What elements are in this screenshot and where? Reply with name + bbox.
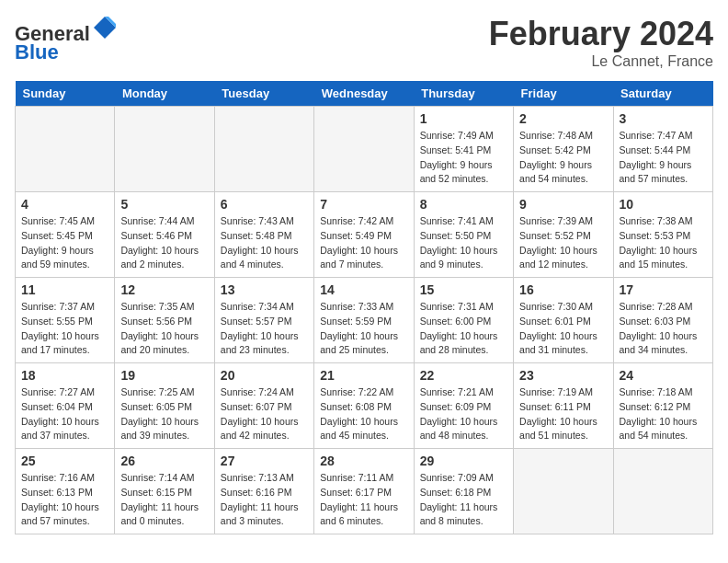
calendar-cell: 15Sunrise: 7:31 AM Sunset: 6:00 PM Dayli… <box>414 278 513 363</box>
calendar-table: SundayMondayTuesdayWednesdayThursdayFrid… <box>15 81 713 534</box>
day-number: 9 <box>519 197 607 212</box>
day-info: Sunrise: 7:21 AM Sunset: 6:09 PM Dayligh… <box>420 385 507 443</box>
day-info: Sunrise: 7:42 AM Sunset: 5:49 PM Dayligh… <box>320 214 407 272</box>
day-number: 2 <box>519 111 607 126</box>
day-info: Sunrise: 7:28 AM Sunset: 6:03 PM Dayligh… <box>620 300 707 358</box>
day-info: Sunrise: 7:44 AM Sunset: 5:46 PM Dayligh… <box>120 214 208 272</box>
day-number: 25 <box>21 454 108 468</box>
day-number: 6 <box>221 197 308 212</box>
col-header-saturday: Saturday <box>613 81 712 107</box>
day-number: 5 <box>120 197 208 212</box>
day-info: Sunrise: 7:49 AM Sunset: 5:41 PM Dayligh… <box>420 129 507 187</box>
logo-blue: Blue <box>15 40 59 63</box>
day-info: Sunrise: 7:34 AM Sunset: 5:57 PM Dayligh… <box>221 300 308 358</box>
calendar-cell: 8Sunrise: 7:41 AM Sunset: 5:50 PM Daylig… <box>414 192 513 278</box>
day-info: Sunrise: 7:41 AM Sunset: 5:50 PM Dayligh… <box>420 214 507 272</box>
calendar-cell: 13Sunrise: 7:34 AM Sunset: 5:57 PM Dayli… <box>214 278 313 363</box>
day-info: Sunrise: 7:11 AM Sunset: 6:17 PM Dayligh… <box>320 471 407 529</box>
col-header-friday: Friday <box>514 81 613 107</box>
calendar-week-row: 25Sunrise: 7:16 AM Sunset: 6:13 PM Dayli… <box>16 449 713 534</box>
col-header-thursday: Thursday <box>414 81 513 107</box>
day-info: Sunrise: 7:45 AM Sunset: 5:45 PM Dayligh… <box>21 214 108 272</box>
day-number: 26 <box>120 454 208 468</box>
day-info: Sunrise: 7:13 AM Sunset: 6:16 PM Dayligh… <box>221 471 308 529</box>
day-number: 23 <box>519 368 607 383</box>
title-block: February 2024 Le Cannet, France <box>489 15 713 70</box>
calendar-cell: 18Sunrise: 7:27 AM Sunset: 6:04 PM Dayli… <box>16 363 115 449</box>
calendar-cell: 29Sunrise: 7:09 AM Sunset: 6:18 PM Dayli… <box>414 449 513 534</box>
calendar-cell: 4Sunrise: 7:45 AM Sunset: 5:45 PM Daylig… <box>16 192 115 278</box>
day-number: 28 <box>320 454 407 468</box>
day-number: 22 <box>420 368 507 383</box>
day-info: Sunrise: 7:25 AM Sunset: 6:05 PM Dayligh… <box>120 385 208 443</box>
day-number: 27 <box>221 454 308 468</box>
day-number: 20 <box>221 368 308 383</box>
calendar-cell: 6Sunrise: 7:43 AM Sunset: 5:48 PM Daylig… <box>214 192 313 278</box>
calendar-cell <box>16 107 115 192</box>
location: Le Cannet, France <box>489 53 713 70</box>
calendar-cell: 17Sunrise: 7:28 AM Sunset: 6:03 PM Dayli… <box>613 278 712 363</box>
day-info: Sunrise: 7:35 AM Sunset: 5:56 PM Dayligh… <box>120 300 208 358</box>
day-info: Sunrise: 7:39 AM Sunset: 5:52 PM Dayligh… <box>519 214 607 272</box>
col-header-wednesday: Wednesday <box>314 81 414 107</box>
calendar-cell: 7Sunrise: 7:42 AM Sunset: 5:49 PM Daylig… <box>314 192 414 278</box>
day-number: 12 <box>120 282 208 297</box>
calendar-week-row: 4Sunrise: 7:45 AM Sunset: 5:45 PM Daylig… <box>16 192 713 278</box>
day-number: 4 <box>21 197 108 212</box>
day-info: Sunrise: 7:31 AM Sunset: 6:00 PM Dayligh… <box>420 300 507 358</box>
day-info: Sunrise: 7:24 AM Sunset: 6:07 PM Dayligh… <box>221 385 308 443</box>
day-number: 8 <box>420 197 507 212</box>
calendar-cell <box>214 107 313 192</box>
calendar-cell: 19Sunrise: 7:25 AM Sunset: 6:05 PM Dayli… <box>115 363 214 449</box>
svg-marker-0 <box>94 17 116 39</box>
logo: General Blue <box>15 15 118 63</box>
calendar-week-row: 1Sunrise: 7:49 AM Sunset: 5:41 PM Daylig… <box>16 107 713 192</box>
day-number: 1 <box>420 111 507 126</box>
calendar-cell <box>115 107 214 192</box>
day-number: 15 <box>420 282 507 297</box>
day-info: Sunrise: 7:30 AM Sunset: 6:01 PM Dayligh… <box>519 300 607 358</box>
page-header: General Blue February 2024 Le Cannet, Fr… <box>15 15 713 70</box>
calendar-cell: 10Sunrise: 7:38 AM Sunset: 5:53 PM Dayli… <box>613 192 712 278</box>
calendar-cell: 2Sunrise: 7:48 AM Sunset: 5:42 PM Daylig… <box>514 107 613 192</box>
calendar-cell: 12Sunrise: 7:35 AM Sunset: 5:56 PM Dayli… <box>115 278 214 363</box>
calendar-cell: 9Sunrise: 7:39 AM Sunset: 5:52 PM Daylig… <box>514 192 613 278</box>
calendar-cell: 1Sunrise: 7:49 AM Sunset: 5:41 PM Daylig… <box>414 107 513 192</box>
day-info: Sunrise: 7:33 AM Sunset: 5:59 PM Dayligh… <box>320 300 407 358</box>
calendar-week-row: 18Sunrise: 7:27 AM Sunset: 6:04 PM Dayli… <box>16 363 713 449</box>
col-header-sunday: Sunday <box>16 81 115 107</box>
day-info: Sunrise: 7:09 AM Sunset: 6:18 PM Dayligh… <box>420 471 507 529</box>
col-header-monday: Monday <box>115 81 214 107</box>
calendar-cell: 27Sunrise: 7:13 AM Sunset: 6:16 PM Dayli… <box>214 449 313 534</box>
day-number: 17 <box>620 282 707 297</box>
day-info: Sunrise: 7:18 AM Sunset: 6:12 PM Dayligh… <box>620 385 707 443</box>
calendar-cell: 3Sunrise: 7:47 AM Sunset: 5:44 PM Daylig… <box>613 107 712 192</box>
calendar-cell <box>514 449 613 534</box>
calendar-cell: 22Sunrise: 7:21 AM Sunset: 6:09 PM Dayli… <box>414 363 513 449</box>
calendar-cell <box>314 107 414 192</box>
calendar-cell: 14Sunrise: 7:33 AM Sunset: 5:59 PM Dayli… <box>314 278 414 363</box>
day-number: 11 <box>21 282 108 297</box>
day-number: 19 <box>120 368 208 383</box>
day-info: Sunrise: 7:37 AM Sunset: 5:55 PM Dayligh… <box>21 300 108 358</box>
day-number: 21 <box>320 368 407 383</box>
calendar-week-row: 11Sunrise: 7:37 AM Sunset: 5:55 PM Dayli… <box>16 278 713 363</box>
calendar-cell: 25Sunrise: 7:16 AM Sunset: 6:13 PM Dayli… <box>16 449 115 534</box>
day-info: Sunrise: 7:27 AM Sunset: 6:04 PM Dayligh… <box>21 385 108 443</box>
month-title: February 2024 <box>489 15 713 53</box>
calendar-header-row: SundayMondayTuesdayWednesdayThursdayFrid… <box>16 81 713 107</box>
calendar-cell: 24Sunrise: 7:18 AM Sunset: 6:12 PM Dayli… <box>613 363 712 449</box>
day-info: Sunrise: 7:16 AM Sunset: 6:13 PM Dayligh… <box>21 471 108 529</box>
calendar-cell <box>613 449 712 534</box>
logo-icon <box>92 15 118 40</box>
day-info: Sunrise: 7:47 AM Sunset: 5:44 PM Dayligh… <box>620 129 707 187</box>
day-number: 29 <box>420 454 507 468</box>
day-number: 13 <box>221 282 308 297</box>
day-info: Sunrise: 7:22 AM Sunset: 6:08 PM Dayligh… <box>320 385 407 443</box>
day-number: 3 <box>620 111 707 126</box>
day-number: 14 <box>320 282 407 297</box>
day-info: Sunrise: 7:48 AM Sunset: 5:42 PM Dayligh… <box>519 129 607 187</box>
calendar-cell: 16Sunrise: 7:30 AM Sunset: 6:01 PM Dayli… <box>514 278 613 363</box>
day-info: Sunrise: 7:43 AM Sunset: 5:48 PM Dayligh… <box>221 214 308 272</box>
day-number: 10 <box>620 197 707 212</box>
